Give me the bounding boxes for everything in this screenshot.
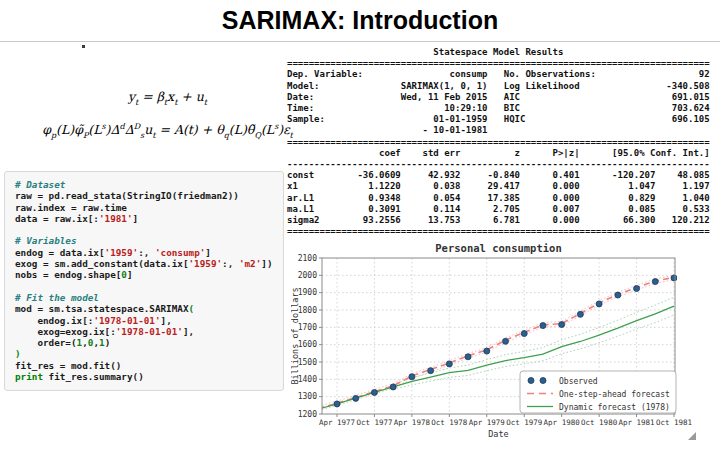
code-cell[interactable]: # Datasetraw = pd.read_stata(StringIO(fr… [4,171,284,391]
code-token: '1978-01-01' [116,326,183,337]
code-line: ) [15,348,273,359]
observed-point [371,390,377,396]
x-tick-label: Oct 1979 [506,418,542,427]
code-token: ], [161,315,172,326]
code-token: 'consump' [155,247,205,258]
y-axis-label: Billions of dollars [291,287,300,384]
code-line: # Dataset [15,179,273,190]
code-token: ] [205,247,211,258]
equation-token: y [128,89,135,104]
code-token: raw.index = raw.time [15,202,127,213]
equation-token: θ [216,122,224,137]
code-token: endog = data.ix[ [15,247,105,258]
equations-block: yt = βtxt + ut φp(L)φ̃P(Ls)ΔdΔDsut = A(t… [40,88,295,143]
observed-point [446,361,452,367]
observed-point [671,275,677,281]
code-line: exog = sm.add_constant(data.ix['1959':, … [15,258,273,269]
cursor-mark [82,45,85,48]
code-token: # Fit the model [15,292,99,303]
code-token: fit_res.summary() [43,371,144,382]
code-token: '1978-01-01' [93,315,160,326]
observed-point [428,368,434,374]
x-tick-label: Oct 1981 [656,418,692,427]
equation-token: φ [42,122,51,137]
legend-marker-observed [528,378,534,384]
code-line [15,224,273,235]
y-tick-label: 1200 [298,410,317,419]
x-tick-label: Apr 1977 [319,418,355,427]
observed-point [334,401,340,407]
observed-point [409,374,415,380]
observed-point [465,354,471,360]
code-token: '1959' [189,258,223,269]
equation-token: (L) [229,122,247,137]
title-divider [0,41,720,42]
legend-label: Observed [559,377,598,386]
code-line: raw.index = raw.time [15,202,273,213]
equation-token: = A(t) + [155,122,216,137]
code-token: data = raw.ix[: [15,213,99,224]
equation-token: Δ [110,122,119,137]
code-line: fit_res = mod.fit() [15,360,273,371]
chart-title: Personal consumption [435,243,561,254]
code-token: raw = pd.read_stata(StringIO(friedman2)) [15,190,239,201]
slide-title: SARIMAX: Introduction [0,6,720,35]
code-token: mod = sm.tsa.statespace.SARIMAX [15,303,189,314]
equation-token: (L) [56,122,74,137]
legend-marker-observed [540,378,546,384]
legend-label: One-step-ahead forecast [559,390,670,399]
observed-point [484,348,490,354]
code-token: ] [133,213,139,224]
observed-point [521,331,527,337]
code-line: mod = sm.tsa.statespace.SARIMAX( [15,303,273,314]
code-token: ]) [261,258,272,269]
observed-point [596,301,602,307]
x-tick-label: Apr 1979 [469,418,505,427]
x-tick-label: Oct 1977 [356,418,392,427]
x-tick-label: Apr 1981 [618,418,654,427]
x-axis-label: Date [488,429,508,439]
equation-token: φ̃ [74,122,83,137]
code-line: data = raw.ix[:'1981'] [15,213,273,224]
slide: SARIMAX: Introduction yt = βtxt + ut φp(… [0,0,720,450]
y-tick-label: 1400 [298,375,317,384]
code-token: 'm2' [239,258,261,269]
code-token: exog=exog.ix[: [15,326,116,337]
code-token: exog = sm.add_constant(data.ix[ [15,258,189,269]
equation-token: + [177,89,195,104]
code-line: raw = pd.read_stata(StringIO(friedman2)) [15,190,273,201]
statespace-results-table: Statespace Model Results ===============… [287,47,710,237]
observed-point [559,322,565,328]
resize-handle-icon[interactable] [688,432,696,440]
observed-point [615,292,621,298]
code-token: ) [105,337,111,348]
personal-consumption-chart: 1200130014001500160017001800190020002100… [291,243,720,450]
y-tick-label: 1800 [298,306,317,315]
equation-token: (L [88,122,101,137]
observed-point [390,384,396,390]
y-tick-label: 1500 [298,358,317,367]
code-token: # Variables [15,235,77,246]
code-token: ] [127,269,133,280]
y-tick-label: 1700 [298,323,317,332]
code-line: endog = data.ix['1959':, 'consump'] [15,247,273,258]
code-token: # Dataset [15,179,65,190]
y-tick-label: 1900 [298,288,317,297]
equation-sarimax-process: φp(L)φ̃P(Ls)ΔdΔDsut = A(t) + θq(L)θ̃Q(Ls… [40,118,295,144]
code-line: nobs = endog.shape[0] [15,269,273,280]
observed-point [503,338,509,344]
y-tick-label: 2100 [298,254,317,263]
code-token: '1981' [99,213,133,224]
code-token: nobs = endog.shape[ [15,269,121,280]
observed-point [577,311,583,317]
code-line [15,281,273,292]
equation-token: (L [261,122,274,137]
equation-token: u [196,89,204,104]
code-line: # Variables [15,235,273,246]
observed-point [353,395,359,401]
equation-token: β [157,89,164,104]
equation-token: = [138,89,156,104]
code-token: :, [222,258,239,269]
code-token: fit_res = mod.fit() [15,360,121,371]
code-token: order=( [15,337,77,348]
